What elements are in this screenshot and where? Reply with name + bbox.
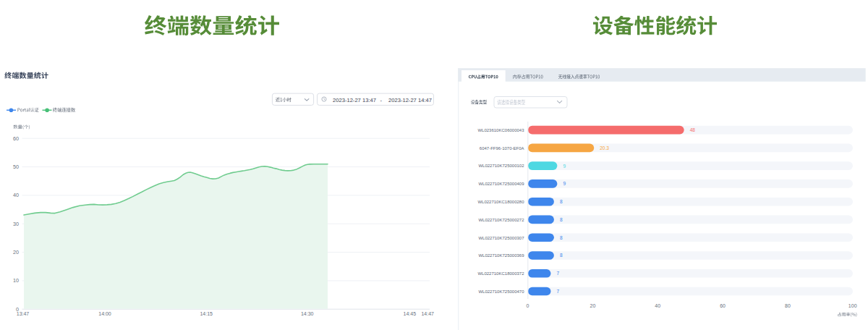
- svg-text:14:00: 14:00: [98, 311, 111, 316]
- svg-text:40: 40: [655, 303, 660, 308]
- svg-text:40: 40: [13, 192, 19, 198]
- svg-text:WL022710K725000307: WL022710K725000307: [478, 236, 524, 240]
- svg-text:9: 9: [563, 181, 566, 186]
- svg-text:7: 7: [557, 271, 560, 276]
- svg-text:30: 30: [13, 221, 19, 227]
- svg-text:WL022710K725000102: WL022710K725000102: [478, 164, 524, 168]
- svg-text:0: 0: [527, 303, 529, 308]
- svg-text:14:15: 14:15: [200, 311, 213, 316]
- svg-text:80: 80: [785, 303, 791, 308]
- svg-text:WL022710K725000470: WL022710K725000470: [478, 289, 524, 294]
- svg-text:WL023610KC06000043: WL023610KC06000043: [477, 128, 524, 132]
- svg-text:60: 60: [13, 135, 19, 142]
- svg-text:10: 10: [13, 277, 19, 284]
- svg-text:50: 50: [13, 164, 19, 170]
- svg-text:WL022710K725000272: WL022710K725000272: [478, 218, 524, 222]
- svg-text:14:30: 14:30: [301, 311, 314, 316]
- svg-text:100: 100: [848, 303, 857, 308]
- svg-text:14:47: 14:47: [421, 311, 434, 316]
- svg-text:20: 20: [13, 249, 19, 255]
- svg-text:WL022710KC18000372: WL022710KC18000372: [477, 271, 524, 276]
- svg-text:48: 48: [690, 127, 696, 132]
- svg-text:2023-12-27 14:47: 2023-12-27 14:47: [388, 97, 432, 103]
- svg-text:6047-FF96-1070-EF0A: 6047-FF96-1070-EF0A: [480, 146, 524, 151]
- svg-text:9: 9: [563, 164, 566, 169]
- svg-text:8: 8: [560, 235, 563, 240]
- svg-text:8: 8: [560, 217, 563, 222]
- svg-text:8: 8: [560, 253, 563, 258]
- svg-text:2023-12-27 13:47: 2023-12-27 13:47: [333, 97, 376, 103]
- svg-text:13:47: 13:47: [17, 311, 30, 316]
- svg-text:14:45: 14:45: [404, 311, 417, 316]
- svg-text:WL022710K725000369: WL022710K725000369: [478, 253, 524, 258]
- svg-text:7: 7: [557, 289, 560, 294]
- svg-text:WL022710KC18000280: WL022710KC18000280: [477, 200, 524, 204]
- svg-text:WL022710K725000409: WL022710K725000409: [478, 182, 524, 186]
- svg-text:60: 60: [720, 303, 726, 308]
- svg-text:8: 8: [560, 199, 563, 204]
- svg-text:20: 20: [590, 303, 596, 308]
- svg-text:20.3: 20.3: [600, 145, 609, 151]
